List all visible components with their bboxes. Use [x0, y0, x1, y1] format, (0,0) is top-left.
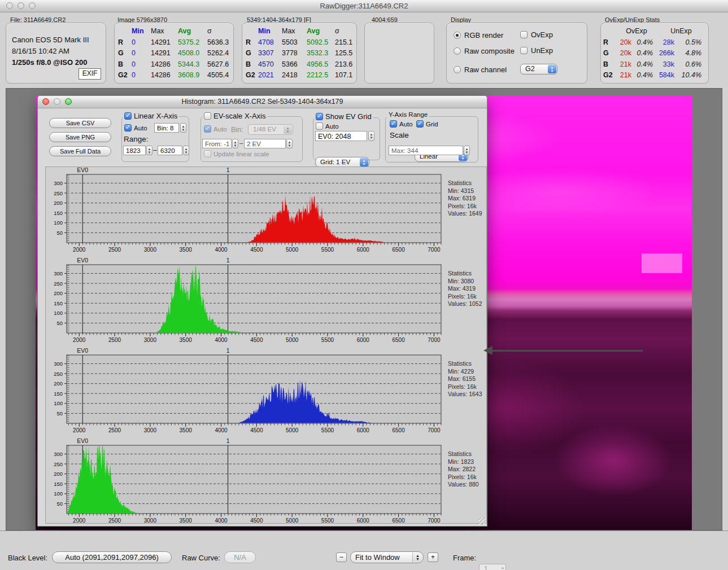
checkbox-icon [316, 122, 323, 130]
ev-to-stepper[interactable]: ▲▼ [286, 139, 293, 148]
svg-text:5500: 5500 [321, 427, 334, 433]
save-full-data-button[interactable]: Save Full Data [49, 146, 111, 156]
camera-model: Canon EOS 5D Mark III [12, 36, 89, 44]
checkbox-ovexp[interactable]: OvExp [520, 30, 553, 39]
svg-text:2000: 2000 [73, 518, 86, 523]
ev-dash: – [239, 139, 243, 147]
ev-from-stepper[interactable]: ▲▼ [232, 139, 238, 148]
zoom-mode-select[interactable]: Fit to Window ▲▼ [350, 551, 424, 563]
histogram-plots-panel: 5010015020025030020002500300035004000450… [45, 166, 487, 524]
range-to-stepper[interactable]: ▲▼ [183, 146, 189, 155]
ev-from-field[interactable]: From: -1 [202, 139, 232, 148]
frame-label: Frame: [453, 554, 476, 562]
svg-text:1: 1 [226, 167, 230, 173]
svg-text:2500: 2500 [108, 518, 121, 523]
svg-text:100: 100 [54, 490, 63, 497]
linear-xaxis-toggle[interactable]: Linear X-Axis [123, 112, 179, 120]
table-row: R 20k 0.4% 28k 0.5% [603, 37, 705, 49]
yaxis-max-field[interactable]: Max: 344 [389, 146, 463, 155]
black-level-label: Black Level: [8, 554, 47, 562]
table-row: B 4570 5366 4956.5 213.6 [246, 59, 355, 71]
svg-text:50: 50 [56, 410, 63, 416]
radio-raw-channel[interactable]: Raw channel [454, 65, 507, 74]
yaxis-grid-checkbox[interactable]: Grid [416, 120, 438, 128]
zoom-in-button[interactable]: + [428, 553, 438, 562]
svg-text:7000: 7000 [428, 247, 441, 253]
svg-text:7000: 7000 [428, 337, 441, 343]
save-png-button[interactable]: Save PNG [49, 132, 111, 142]
table-row: R 0 14291 5375.2 5636.3 [118, 37, 230, 49]
svg-text:3500: 3500 [180, 518, 193, 523]
yaxis-max-stepper[interactable]: ▲▼ [464, 146, 470, 155]
svg-text:4500: 4500 [250, 247, 263, 253]
ev-to-field[interactable]: 2 EV [244, 139, 286, 148]
ev-xaxis-toggle[interactable]: EV-scale X-Axis [202, 112, 267, 120]
svg-text:EV0: EV0 [77, 257, 88, 264]
svg-text:6500: 6500 [392, 518, 405, 523]
arrow-head-icon [483, 346, 492, 355]
range-from-field[interactable]: 1823 [123, 146, 146, 155]
selection-rectangle[interactable] [642, 253, 682, 273]
range-from-stepper[interactable]: ▲▼ [146, 146, 152, 155]
svg-text:2500: 2500 [108, 427, 121, 433]
svg-text:5000: 5000 [286, 427, 299, 433]
svg-text:3000: 3000 [144, 247, 157, 253]
chevron-up-down-icon: ▲▼ [360, 158, 368, 166]
exif-button[interactable]: EXIF [79, 68, 101, 80]
yaxis-range-header: Y-Axis Range [387, 111, 429, 118]
svg-text:EV0: EV0 [77, 167, 88, 173]
main-titlebar[interactable]: RawDigger:311A6649.CR2 [0, 0, 728, 12]
show-ev-grid-toggle[interactable]: Show EV Grid [314, 112, 373, 121]
svg-text:4500: 4500 [250, 518, 263, 523]
svg-text:2000: 2000 [73, 247, 86, 253]
pixel-readout-panel [364, 23, 434, 84]
svg-text:100: 100 [54, 310, 63, 316]
ev-auto-checkbox[interactable]: Auto [204, 125, 227, 133]
stats-block-g: Statistics Min: 3080 Max: 4319 Pixels: 1… [448, 270, 486, 308]
svg-text:1: 1 [226, 348, 230, 354]
bin-field[interactable]: Bin: 8 [154, 123, 179, 133]
histogram-titlebar[interactable]: Histogram: 311A6649.CR2 Sel-5349-1404-36… [38, 96, 487, 108]
svg-text:150: 150 [54, 481, 63, 487]
svg-text:6000: 6000 [357, 518, 370, 523]
raw-curve-button[interactable]: N/A [224, 551, 256, 563]
svg-text:250: 250 [54, 280, 63, 287]
black-level-button[interactable]: Auto (2091,2091,2097,2096) [52, 551, 172, 563]
ev-bin-popup[interactable]: 1/48 EV ▲▼ [248, 124, 293, 135]
zoom-out-button[interactable]: − [336, 553, 347, 562]
resize-grip[interactable] [478, 518, 486, 525]
ev0-field[interactable]: EV0: 2048 [315, 131, 367, 141]
bottom-bar: Black Level: Auto (2091,2091,2097,2096) … [0, 530, 728, 570]
evgrid-auto-checkbox[interactable]: Auto [316, 122, 339, 130]
svg-text:6000: 6000 [357, 427, 370, 433]
radio-raw-composite[interactable]: Raw composite [454, 47, 515, 55]
update-linear-scale-checkbox[interactable]: Update linear scale [204, 150, 269, 157]
scale-label: Scale [390, 131, 409, 139]
frame-stepper[interactable]: 1 ▲▼ [479, 564, 506, 570]
save-csv-button[interactable]: Save CSV [49, 118, 111, 128]
chevron-up-down-icon: ▲▼ [548, 65, 556, 73]
histogram-chart-g: 5010015020025030020002500300035004000450… [46, 257, 443, 348]
yaxis-auto-checkbox[interactable]: Auto [390, 120, 413, 128]
radio-rgb-render[interactable]: RGB render [454, 31, 503, 40]
zoom-icon[interactable] [29, 2, 36, 9]
svg-text:200: 200 [54, 471, 63, 477]
checkbox-unexp[interactable]: UnExp [520, 46, 553, 55]
range-to-field[interactable]: 6320 [158, 146, 182, 155]
minimize-icon[interactable] [18, 2, 24, 9]
checkbox-icon [204, 150, 211, 157]
ev0-stepper[interactable]: ▲▼ [368, 131, 374, 141]
channel-select[interactable]: G2 ▲▼ [520, 64, 557, 74]
range-label: Range: [124, 135, 149, 143]
svg-text:4000: 4000 [215, 337, 228, 343]
checkbox-icon [416, 120, 424, 128]
table-row: G 20k 0.4% 266k 4.8% [603, 48, 705, 59]
zoom-icon[interactable] [65, 98, 72, 105]
bin-stepper[interactable]: ▲▼ [180, 123, 186, 133]
linear-auto-checkbox[interactable]: Auto [124, 124, 147, 131]
ovexp-stats-panel: OvExp UnExp R 20k 0.4% 28k 0.5% G 20k 0.… [600, 23, 709, 84]
stats-columns-row: Min Max Avg σ [246, 26, 355, 37]
minimize-icon[interactable] [54, 98, 60, 105]
close-icon[interactable] [6, 2, 13, 9]
close-icon[interactable] [42, 98, 49, 105]
